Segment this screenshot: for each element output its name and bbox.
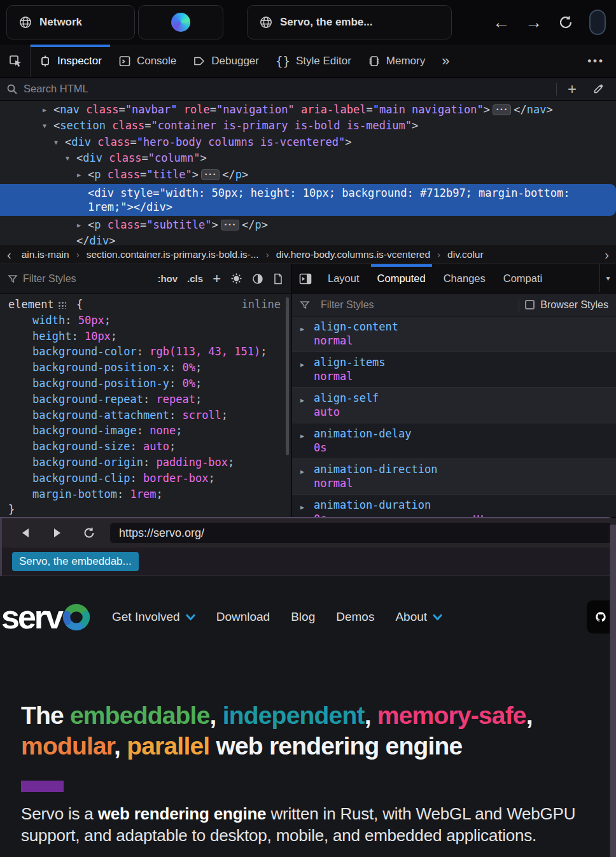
tab-computed[interactable]: Computed bbox=[368, 264, 435, 293]
browser-tab-servo[interactable]: Servo, the embe... bbox=[247, 5, 452, 39]
computed-property-row[interactable]: ▶align-itemsnormal bbox=[292, 352, 616, 388]
breadcrumb: ‹ain.is-main›section.container.is-primar… bbox=[0, 245, 616, 264]
css-declaration[interactable]: margin-bottom: 1rem; bbox=[8, 486, 291, 502]
css-declaration[interactable]: height: 10px; bbox=[8, 329, 291, 344]
nav-link-get-involved[interactable]: Get Involved bbox=[112, 610, 195, 624]
expand-arrow-icon[interactable]: ▶ bbox=[300, 429, 304, 443]
browser-tab-firefox[interactable] bbox=[138, 5, 223, 39]
search-input[interactable]: Search HTML bbox=[24, 83, 550, 95]
breadcrumb-item[interactable]: section.container.is-primary.is-bold.is-… bbox=[87, 249, 259, 260]
url-bar[interactable]: https://servo.org/ bbox=[110, 523, 612, 543]
selector-highlighter-icon[interactable] bbox=[58, 301, 66, 309]
computed-property-row[interactable]: ▶animation-duration0s bbox=[292, 495, 616, 517]
servo-logo[interactable]: serv bbox=[1, 598, 90, 636]
expand-arrow-icon[interactable]: ▶ bbox=[300, 322, 304, 336]
collapsed-children-icon[interactable]: ••• bbox=[201, 169, 220, 180]
tab-console[interactable]: Console bbox=[110, 45, 185, 77]
css-declaration[interactable]: background-repeat: repeat; bbox=[8, 392, 291, 407]
tab-layout[interactable]: Layout bbox=[319, 264, 368, 293]
markup-node[interactable]: ▶<p class="subtitle">•••</p> bbox=[0, 217, 616, 233]
tab-debugger[interactable]: Debugger bbox=[185, 45, 267, 77]
css-declaration[interactable]: background-origin: padding-box; bbox=[8, 455, 291, 471]
markup-node[interactable]: ▼<div class="hero-body columns is-vcente… bbox=[0, 134, 616, 150]
tabs-overflow-button[interactable]: » bbox=[433, 45, 458, 77]
css-declaration[interactable]: background-position-y: 0%; bbox=[8, 376, 291, 392]
eyedropper-icon[interactable] bbox=[587, 83, 610, 95]
nav-link-blog[interactable]: Blog bbox=[291, 610, 315, 624]
class-toggle-button[interactable]: .cls bbox=[187, 273, 203, 284]
servoshell-tab[interactable]: Servo, the embeddab... bbox=[12, 552, 139, 571]
expand-arrow-icon[interactable]: ▶ bbox=[300, 393, 304, 407]
tab-compati[interactable]: Compati bbox=[494, 264, 551, 293]
forward-button[interactable] bbox=[41, 528, 73, 537]
markup-node[interactable]: ▶<nav class="navbar" role="navigation" a… bbox=[0, 102, 616, 118]
expand-arrow-icon[interactable]: ▶ bbox=[77, 217, 88, 233]
dark-scheme-icon[interactable] bbox=[252, 273, 263, 285]
collapse-arrow-icon[interactable]: ▼ bbox=[54, 134, 65, 150]
browser-styles-checkbox[interactable] bbox=[525, 300, 535, 309]
css-declaration[interactable]: width: 50px; bbox=[8, 313, 291, 329]
reload-button[interactable] bbox=[557, 14, 574, 31]
pseudo-class-button[interactable]: :hov bbox=[157, 273, 178, 284]
print-media-icon[interactable] bbox=[273, 273, 283, 285]
back-button[interactable] bbox=[10, 528, 41, 537]
css-declaration[interactable]: background-attachment: scroll; bbox=[8, 407, 291, 423]
all-tabs-dropdown[interactable]: ▾ bbox=[599, 264, 616, 292]
expand-arrow-icon[interactable]: ▶ bbox=[43, 102, 53, 118]
breadcrumb-item[interactable]: div.hero-body.columns.is-vcentered bbox=[276, 249, 430, 260]
computed-property-row[interactable]: ▶align-selfauto bbox=[292, 388, 616, 423]
collapsed-children-icon[interactable]: ••• bbox=[493, 104, 511, 115]
computed-filter-input[interactable]: Filter Styles bbox=[321, 299, 513, 311]
expand-arrow-icon[interactable]: ▶ bbox=[300, 358, 304, 372]
light-scheme-icon[interactable] bbox=[230, 273, 242, 285]
markup-node-selected[interactable]: <div style="width: 50px; height: 10px; b… bbox=[0, 184, 616, 216]
computed-property-row[interactable]: ▶animation-directionnormal bbox=[292, 459, 616, 495]
computed-property-row[interactable]: ▶align-contentnormal bbox=[292, 316, 616, 352]
profile-pill[interactable] bbox=[589, 10, 606, 35]
css-declaration[interactable]: background-size: auto; bbox=[8, 439, 291, 455]
expand-arrow-icon[interactable]: ▶ bbox=[300, 500, 304, 514]
markup-node[interactable]: ▼<div class="column"> bbox=[0, 150, 616, 166]
tab-inspector[interactable]: Inspector bbox=[31, 45, 110, 77]
forward-button[interactable]: → bbox=[525, 14, 542, 31]
tab-memory[interactable]: Memory bbox=[360, 45, 433, 77]
nav-link-about[interactable]: About bbox=[395, 610, 442, 624]
css-declaration[interactable]: background-clip: border-box; bbox=[8, 471, 291, 486]
devtools-menu-button[interactable]: ••• bbox=[576, 45, 616, 77]
css-declaration[interactable]: background-color: rgb(113, 43, 151); bbox=[8, 344, 291, 360]
node-picker-button[interactable] bbox=[0, 45, 31, 77]
rules-filter-input[interactable]: Filter Styles bbox=[23, 273, 76, 285]
markup-node[interactable]: </div> bbox=[0, 233, 616, 245]
servo-logo-ring-icon bbox=[62, 603, 90, 631]
resize-grip[interactable] bbox=[473, 515, 483, 517]
expand-arrow-icon[interactable]: ▶ bbox=[300, 465, 304, 479]
scrollbar[interactable] bbox=[286, 297, 289, 455]
reload-button[interactable] bbox=[73, 526, 105, 540]
breadcrumb-scroll-right-icon[interactable]: › bbox=[601, 248, 612, 261]
nav-link-demos[interactable]: Demos bbox=[336, 610, 374, 624]
rule-origin-inline[interactable]: inline bbox=[242, 297, 281, 313]
markup-node[interactable]: ▼<section class="container is-primary is… bbox=[0, 118, 616, 134]
breadcrumb-item[interactable]: ain.is-main bbox=[22, 249, 69, 260]
browser-tab-network[interactable]: Network bbox=[6, 5, 135, 39]
add-rule-icon[interactable]: + bbox=[563, 81, 582, 97]
breadcrumb-scroll-left-icon[interactable]: ‹ bbox=[4, 248, 15, 261]
expand-arrow-icon[interactable]: ▶ bbox=[77, 167, 88, 183]
back-button[interactable]: ← bbox=[493, 14, 510, 31]
collapsed-children-icon[interactable]: ••• bbox=[221, 220, 239, 230]
split-sidebar-icon[interactable] bbox=[292, 273, 319, 285]
tab-style-editor[interactable]: {} Style Editor bbox=[267, 45, 360, 77]
markup-node[interactable]: ▶<p class="title">•••</p> bbox=[0, 167, 616, 183]
collapse-arrow-icon[interactable]: ▼ bbox=[43, 118, 53, 134]
computed-pane: LayoutComputedChangesCompati▾ Filter Sty… bbox=[292, 264, 616, 517]
nav-link-download[interactable]: Download bbox=[216, 610, 270, 624]
css-declaration[interactable]: background-image: none; bbox=[8, 423, 291, 439]
breadcrumb-separator-icon: › bbox=[437, 249, 440, 260]
computed-property-row[interactable]: ▶animation-delay0s bbox=[292, 423, 616, 459]
tab-changes[interactable]: Changes bbox=[435, 264, 494, 293]
collapse-arrow-icon[interactable]: ▼ bbox=[66, 150, 76, 166]
add-rule-button[interactable]: + bbox=[213, 271, 221, 287]
rule-selector[interactable]: inlineelement { bbox=[8, 297, 291, 313]
breadcrumb-item[interactable]: div.colur bbox=[447, 249, 484, 260]
css-declaration[interactable]: background-position-x: 0%; bbox=[8, 360, 291, 376]
